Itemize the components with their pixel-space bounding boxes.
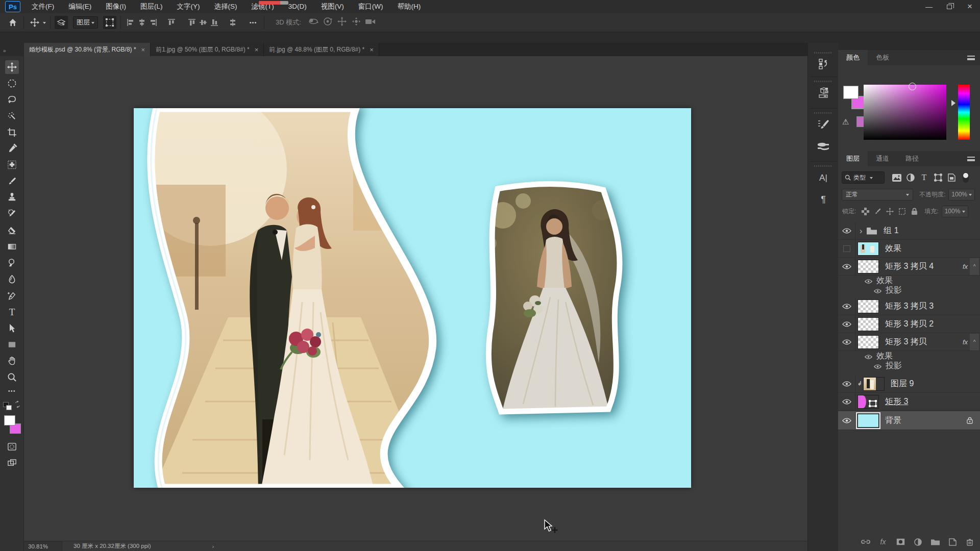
brush-tool[interactable]: [5, 174, 19, 188]
color-swatches[interactable]: [0, 413, 24, 437]
hue-slider[interactable]: [958, 85, 970, 140]
auto-select-toggle-icon[interactable]: [55, 16, 68, 29]
layer-thumbnail[interactable]: [857, 260, 879, 273]
layer-thumbnail[interactable]: [863, 377, 885, 391]
lock-pixels-icon[interactable]: [871, 208, 884, 215]
close-icon[interactable]: ×: [141, 46, 145, 54]
foreground-color-swatch[interactable]: [843, 86, 859, 99]
properties-panel-icon[interactable]: [815, 86, 831, 101]
dock-grip[interactable]: [814, 165, 832, 167]
filter-type-layers-icon[interactable]: T: [917, 173, 931, 182]
collapse-effects-icon[interactable]: ^: [970, 258, 979, 275]
layer-row-effect-image[interactable]: 效果: [838, 240, 980, 258]
3d-orbit-icon[interactable]: [306, 17, 321, 28]
doc-tab-front[interactable]: 前.jpg @ 48.8% (图层 0, RGB/8#) *×: [264, 43, 379, 56]
tab-paths[interactable]: 路径: [897, 151, 927, 166]
layer-row-effects-header[interactable]: 效果: [838, 352, 980, 361]
layer-row-rect3-copy4[interactable]: 矩形 3 拷贝 4 fx ^: [838, 258, 980, 276]
gradient-tool[interactable]: [5, 240, 19, 254]
menu-image[interactable]: 图像(I): [99, 0, 133, 13]
chevron-down-icon[interactable]: [43, 22, 46, 26]
close-button[interactable]: ×: [960, 0, 980, 13]
filter-pixel-layers-icon[interactable]: [890, 174, 903, 182]
new-adjustment-layer-icon[interactable]: [913, 538, 923, 546]
tab-color[interactable]: 颜色: [838, 50, 868, 65]
eraser-tool[interactable]: [5, 223, 19, 237]
brush-settings-panel-icon[interactable]: [815, 117, 831, 133]
link-layers-icon[interactable]: [861, 539, 871, 545]
3d-roll-icon[interactable]: [321, 17, 335, 28]
visibility-toggle[interactable]: [838, 334, 855, 350]
color-picker-ring[interactable]: [909, 83, 916, 90]
menu-layer[interactable]: 图层(L): [133, 0, 170, 13]
toolbar-collapse-icon[interactable]: »: [3, 48, 6, 54]
layer-row-background[interactable]: 背景: [838, 411, 980, 430]
document-canvas[interactable]: [134, 108, 691, 488]
layer-row-effects-header[interactable]: 效果: [838, 276, 980, 286]
align-middle-icon[interactable]: [198, 16, 209, 29]
tab-channels[interactable]: 通道: [868, 151, 897, 166]
layer-thumbnail[interactable]: [857, 335, 879, 349]
visibility-toggle[interactable]: [838, 316, 855, 333]
dodge-tool[interactable]: [5, 256, 19, 270]
zoom-tool[interactable]: [5, 370, 19, 384]
panel-menu-icon[interactable]: [967, 157, 975, 161]
restore-button[interactable]: [939, 0, 960, 13]
align-bottom-icon[interactable]: [209, 16, 220, 29]
target-select-dropdown[interactable]: 图层: [73, 16, 98, 29]
history-brush-tool[interactable]: [5, 207, 19, 221]
3d-camera-icon[interactable]: [363, 17, 378, 28]
layer-thumbnail[interactable]: [857, 242, 879, 256]
home-icon[interactable]: [6, 16, 19, 29]
doc-tab-front1[interactable]: 前1.jpg @ 50% (图层 0, RGB/8#) *×: [151, 43, 264, 56]
align-top-icon[interactable]: [166, 16, 177, 29]
path-selection-tool[interactable]: [5, 321, 19, 335]
layer-row-rect3-copy2[interactable]: 矩形 3 拷贝 2: [838, 316, 980, 333]
lock-all-icon[interactable]: [908, 208, 920, 215]
color-field[interactable]: [864, 85, 946, 140]
layer-thumbnail[interactable]: [857, 299, 879, 313]
visibility-toggle[interactable]: [838, 411, 855, 430]
history-panel-icon[interactable]: [815, 56, 831, 71]
align-center-horizontal-icon[interactable]: [136, 16, 148, 29]
layer-thumbnail[interactable]: [857, 317, 879, 331]
3d-drag-icon[interactable]: [335, 17, 349, 28]
minimize-button[interactable]: —: [919, 0, 939, 13]
layer-filter-dropdown[interactable]: 类型: [842, 171, 885, 184]
visibility-toggle[interactable]: [838, 298, 855, 315]
tab-layers[interactable]: 图层: [838, 151, 868, 166]
menu-file[interactable]: 文件(F): [24, 0, 61, 13]
align-right-icon[interactable]: [148, 16, 159, 29]
new-group-icon[interactable]: [930, 538, 940, 545]
layer-row-rect3[interactable]: 矩形 3: [838, 393, 980, 411]
healing-patch-tool[interactable]: [5, 158, 19, 172]
lock-artboard-icon[interactable]: [896, 208, 908, 215]
type-tool[interactable]: T: [5, 305, 19, 319]
close-icon[interactable]: ×: [370, 46, 374, 54]
filter-toggle-switch[interactable]: [959, 172, 972, 183]
3d-slide-icon[interactable]: [349, 17, 363, 28]
filter-adjustment-layers-icon[interactable]: [903, 173, 917, 182]
brushes-panel-icon[interactable]: [815, 139, 831, 154]
eyedropper-tool[interactable]: [5, 142, 19, 156]
status-chevron-icon[interactable]: ›: [212, 543, 214, 549]
doc-tab-wedding-template[interactable]: 婚纱模板.psd @ 30.8% (背景, RGB/8) *×: [24, 43, 151, 56]
menu-window[interactable]: 窗口(W): [351, 0, 390, 13]
layer-thumbnail[interactable]: [857, 414, 879, 428]
menu-view[interactable]: 视图(V): [314, 0, 351, 13]
marquee-tool[interactable]: [5, 77, 19, 90]
expand-chevron-icon[interactable]: ›: [860, 227, 862, 236]
add-layer-mask-icon[interactable]: [895, 538, 905, 545]
new-layer-icon[interactable]: [947, 538, 958, 546]
delete-layer-icon[interactable]: [965, 538, 975, 546]
close-icon[interactable]: ×: [255, 46, 259, 54]
lock-position-icon[interactable]: [884, 208, 896, 215]
clone-stamp-tool[interactable]: [5, 191, 19, 205]
more-options-icon[interactable]: •••: [247, 16, 260, 29]
dock-grip[interactable]: [814, 52, 832, 54]
collapse-effects-icon[interactable]: ^: [970, 334, 979, 350]
quick-mask-icon[interactable]: [5, 440, 19, 454]
character-panel-icon[interactable]: A|: [815, 170, 831, 186]
layer-row-rect3-copy3[interactable]: 矩形 3 拷贝 3: [838, 298, 980, 315]
fill-dropdown[interactable]: 100%: [942, 206, 968, 217]
